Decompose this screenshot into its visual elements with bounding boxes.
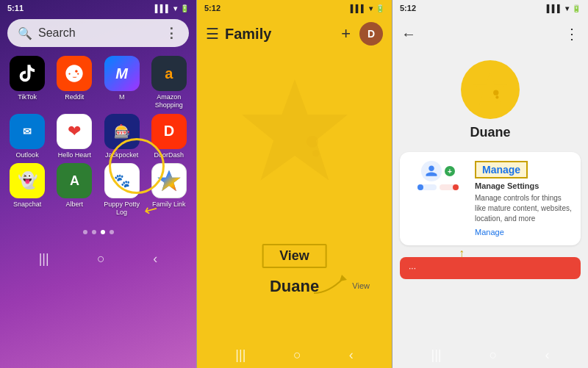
person-icon bbox=[421, 161, 442, 181]
messenger-label: M bbox=[119, 93, 125, 101]
search-bar[interactable]: 🔍 Search ⋮ bbox=[7, 19, 189, 47]
messenger-icon: M bbox=[104, 56, 140, 91]
manage-settings-card[interactable]: + Manage Manage Settings Manage controls… bbox=[400, 152, 581, 245]
back-arrow-icon[interactable]: ← bbox=[401, 26, 416, 43]
app-outlook[interactable]: ✉ Outlook bbox=[6, 114, 49, 159]
battery-icon-3: 🔋 bbox=[572, 4, 581, 12]
dot-1 bbox=[83, 230, 87, 234]
hello-heart-icon: ❤ bbox=[57, 114, 92, 149]
nav-bar-3: ||| ○ ‹ bbox=[392, 342, 588, 368]
albert-label: Albert bbox=[66, 201, 84, 209]
family-link-icon bbox=[151, 163, 187, 198]
header-actions: + D bbox=[341, 22, 383, 46]
profile-name: Duane bbox=[470, 125, 510, 140]
status-bar-2: 5:12 ▌▌▌ ▾ 🔋 bbox=[197, 0, 392, 16]
app-messenger[interactable]: M M bbox=[101, 56, 143, 109]
app-tiktok[interactable]: TikTok bbox=[6, 56, 49, 109]
profile-star-icon bbox=[461, 60, 520, 119]
dot-4 bbox=[110, 230, 114, 234]
panel-home-screen: 5:11 ▌▌▌ ▾ 🔋 🔍 Search ⋮ TikTok Reddit M … bbox=[0, 0, 196, 368]
doordash-label: DoorDash bbox=[154, 151, 184, 159]
jackpocket-icon: 🎰 bbox=[104, 114, 140, 149]
reddit-label: Reddit bbox=[65, 93, 84, 101]
avatar[interactable]: D bbox=[359, 22, 383, 46]
albert-icon: A bbox=[57, 163, 92, 198]
app-grid: TikTok Reddit M M a Amazon Shopping ✉ Ou… bbox=[0, 53, 196, 220]
time-1: 5:11 bbox=[7, 4, 24, 12]
view-arrow-area: View bbox=[306, 271, 370, 300]
page-dots bbox=[0, 230, 196, 242]
manage-link[interactable]: Manage bbox=[475, 228, 572, 237]
app-puppy-potty[interactable]: 🐾 Puppy Potty Log bbox=[101, 163, 143, 217]
nav-home-icon[interactable]: ○ bbox=[97, 251, 105, 267]
nav-recent-icon[interactable]: ||| bbox=[39, 251, 49, 267]
snapchat-label: Snapchat bbox=[13, 201, 41, 209]
settings-rings bbox=[417, 184, 459, 190]
amazon-icon: a bbox=[151, 56, 187, 91]
nav-back-icon-3[interactable]: ‹ bbox=[545, 347, 549, 363]
tiktok-icon bbox=[10, 56, 45, 91]
svg-marker-7 bbox=[473, 73, 508, 106]
card-graphic: + bbox=[409, 161, 467, 190]
card-text-area: Manage Manage Settings Manage controls f… bbox=[475, 161, 572, 237]
jackpocket-label: Jackpocket bbox=[105, 151, 138, 159]
app-amazon[interactable]: a Amazon Shopping bbox=[148, 56, 190, 109]
app-hello-heart[interactable]: ❤ Hello Heart bbox=[53, 114, 96, 159]
nav-bar-1: ||| ○ ‹ bbox=[0, 246, 196, 273]
puppy-potty-label: Puppy Potty Log bbox=[101, 201, 143, 217]
app-doordash[interactable]: D DoorDash bbox=[148, 114, 190, 159]
family-app-title: Family bbox=[225, 26, 335, 43]
svg-point-9 bbox=[495, 95, 498, 98]
app-reddit[interactable]: Reddit bbox=[53, 56, 96, 109]
manage-arrow: ↑ bbox=[459, 247, 465, 260]
profile-section: Duane bbox=[392, 51, 588, 146]
nav-back-icon[interactable]: ‹ bbox=[153, 251, 157, 267]
outlook-icon: ✉ bbox=[10, 114, 45, 149]
svg-point-5 bbox=[312, 150, 320, 157]
nav-bar-2: ||| ○ ‹ bbox=[197, 342, 392, 368]
view-label-box[interactable]: View bbox=[262, 244, 327, 268]
outlook-label: Outlook bbox=[16, 151, 39, 159]
wifi-icon-3: ▾ bbox=[565, 4, 569, 12]
svg-point-4 bbox=[306, 136, 318, 148]
status-bar-3: 5:12 ▌▌▌ ▾ 🔋 bbox=[392, 0, 588, 16]
reddit-icon bbox=[57, 56, 92, 91]
app-jackpocket[interactable]: 🎰 Jackpocket bbox=[101, 114, 143, 159]
plus-badge: + bbox=[445, 166, 455, 176]
hamburger-menu-icon[interactable]: ☰ bbox=[206, 25, 219, 43]
time-2: 5:12 bbox=[204, 4, 220, 12]
nav-home-icon-2[interactable]: ○ bbox=[293, 347, 301, 363]
more-options-icon[interactable]: ⋮ bbox=[564, 25, 579, 43]
settings-title: Manage Settings bbox=[475, 181, 572, 190]
nav-recent-icon-2[interactable]: ||| bbox=[235, 347, 245, 363]
background-star bbox=[236, 73, 354, 194]
doordash-icon: D bbox=[151, 114, 187, 149]
status-icons-2: ▌▌▌ ▾ 🔋 bbox=[351, 4, 384, 12]
manage-highlight-label: Manage bbox=[482, 164, 520, 176]
view-label: View bbox=[279, 248, 309, 263]
search-text: Search bbox=[38, 26, 159, 40]
snapchat-icon: 👻 bbox=[10, 163, 45, 198]
battery-icon: 🔋 bbox=[180, 4, 189, 12]
svg-marker-2 bbox=[157, 170, 180, 191]
dot-3 bbox=[101, 230, 105, 234]
settings-description: Manage controls for things like mature c… bbox=[475, 193, 572, 224]
search-menu-dots[interactable]: ⋮ bbox=[165, 25, 179, 41]
nav-back-icon-2[interactable]: ‹ bbox=[349, 347, 354, 363]
amazon-label: Amazon Shopping bbox=[148, 93, 190, 109]
app-albert[interactable]: A Albert bbox=[53, 163, 96, 217]
tiktok-label: TikTok bbox=[18, 93, 37, 101]
search-icon: 🔍 bbox=[18, 26, 32, 40]
time-3: 5:12 bbox=[400, 4, 416, 12]
red-button-hint[interactable]: ··· bbox=[400, 257, 581, 279]
nav-home-icon-3[interactable]: ○ bbox=[490, 347, 498, 363]
svg-marker-6 bbox=[340, 275, 347, 281]
wifi-icon-2: ▾ bbox=[369, 4, 373, 12]
signal-icon-2: ▌▌▌ bbox=[351, 4, 366, 12]
nav-recent-icon-3[interactable]: ||| bbox=[431, 347, 442, 363]
add-button[interactable]: + bbox=[341, 24, 351, 43]
status-icons-1: ▌▌▌ ▾ 🔋 bbox=[155, 4, 189, 12]
red-btn-text: ··· bbox=[409, 263, 416, 273]
panel-family-app: 5:12 ▌▌▌ ▾ 🔋 ☰ Family + D Duane View bbox=[196, 0, 392, 368]
app-snapchat[interactable]: 👻 Snapchat bbox=[6, 163, 49, 217]
